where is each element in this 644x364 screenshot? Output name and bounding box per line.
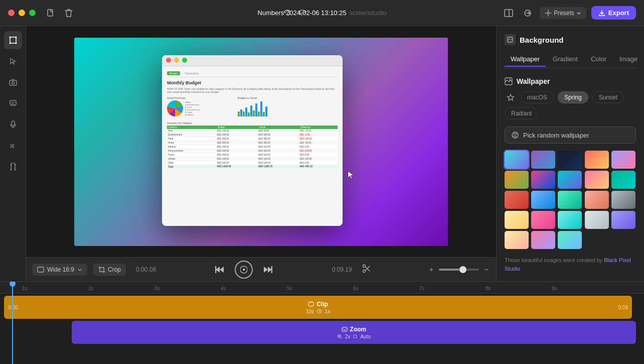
left-toolbar: ⌘ [0,26,26,281]
wallpaper-thumb-14[interactable] [585,191,609,209]
credit-prefix: Those beautiful images were created by [505,257,602,263]
close-button[interactable] [8,10,15,16]
mac-window-mockup: Budget Transactions Monthly Budget HOW T… [162,55,343,226]
wallpaper-grid [505,151,636,249]
toolbar-row: Wide 16:9 Crop 0:00.08 [26,257,496,281]
timeline-tracks: 0:00 Clip 10s 1x 0:09 [0,294,644,346]
time-end: 0:09.19 [332,266,352,273]
mac-window-content: Budget Transactions Monthly Budget HOW T… [162,66,343,226]
wallpaper-thumb-9[interactable] [585,171,609,189]
svg-point-3 [547,12,549,14]
clip-track[interactable]: 0:00 Clip 10s 1x 0:09 [4,296,632,319]
trash-icon[interactable] [62,6,76,20]
wallpaper-thumb-17[interactable] [531,211,555,229]
wallpaper-thumb-19[interactable] [585,211,609,229]
wallpaper-thumb-8[interactable] [558,171,582,189]
audio-tool-button[interactable] [4,115,22,134]
file-icon[interactable] [44,6,58,20]
maximize-button[interactable] [29,10,36,16]
mac-subtitle: HOW TO USE: Enter your budget for each c… [167,87,338,93]
zoom-track[interactable] [439,269,479,271]
skip-forward-button[interactable] [261,263,275,277]
svg-point-16 [10,169,12,171]
tab-wallpaper[interactable]: Wallpaper [505,52,546,67]
export-label: Export [608,9,629,17]
export-button[interactable]: Export [591,6,636,20]
mac-window-titlebar [162,55,343,66]
filter-macos[interactable]: macOS [521,91,554,103]
timeline-area: 1s 2s 3s 4s 5s 6s 7s 8s 9s 0:00 Clip [0,281,644,364]
svg-point-24 [510,79,511,81]
svg-rect-12 [12,121,15,126]
zoom-thumb[interactable] [459,266,466,273]
share-icon[interactable] [521,6,535,20]
select-tool-button[interactable] [4,31,22,49]
wallpaper-thumb-6[interactable] [505,171,529,189]
layout-icon[interactable] [502,6,516,20]
filter-radiant[interactable]: Radiant [505,107,538,119]
svg-point-8 [15,43,17,44]
canvas-area: Budget Transactions Monthly Budget HOW T… [26,26,496,281]
time-start: 0:00.08 [136,266,156,273]
clip-label: Clip [308,301,328,308]
wallpaper-thumb-20[interactable] [611,211,635,229]
wallpaper-thumb-2[interactable] [531,151,555,169]
wallpaper-thumb-15[interactable] [611,191,635,209]
cursor-tool-button[interactable] [4,52,22,70]
svg-text:⌘: ⌘ [10,143,15,149]
svg-rect-18 [38,267,44,272]
wallpaper-thumb-22[interactable] [531,231,555,249]
tab-gradient[interactable]: Gradient [547,52,584,67]
background-tabs: Wallpaper Gradient Color Image [505,52,636,68]
wallpaper-thumb-23[interactable] [558,231,582,249]
wallpaper-thumb-10[interactable] [611,171,635,189]
wallpaper-filter-row: macOS Spring Sunset Radiant [505,91,636,119]
wallpaper-thumb-7[interactable] [531,171,555,189]
wallpaper-thumb-11[interactable] [505,191,529,209]
svg-rect-0 [48,10,53,16]
cursor2-tool-button[interactable] [4,158,22,176]
speech-tool-button[interactable] [4,94,22,112]
wallpaper-thumb-21[interactable] [505,231,529,249]
skip-back-button[interactable] [213,263,227,277]
zoom-meta: 2x Auto [337,334,371,339]
tab-color[interactable]: Color [585,52,612,67]
svg-rect-9 [10,80,17,85]
svg-point-21 [363,265,365,268]
filter-sunset[interactable]: Sunset [592,91,624,103]
random-wallpaper-button[interactable]: Pick random wallpaper [505,127,636,144]
crop-button[interactable]: Crop [93,264,126,276]
minimize-button[interactable] [19,10,25,16]
tab-image[interactable]: Image [613,52,643,67]
svg-rect-26 [308,302,313,306]
title-main: Numbers 2024-02-06 13:10:25 [258,9,347,17]
wallpaper-thumb-12[interactable] [531,191,555,209]
zoom-track-clip[interactable]: Zoom 2x Auto [72,321,636,344]
presets-label: Presets [554,10,574,17]
shortcut-tool-button[interactable]: ⌘ [4,137,22,155]
mac-window-title: Monthly Budget [167,80,338,85]
playback-controls [213,261,275,279]
wallpaper-thumb-3[interactable] [558,151,582,169]
ruler-mark-7s: 7s [419,286,425,291]
wallpaper-thumb-5[interactable] [611,151,635,169]
svg-point-10 [12,82,14,84]
wallpaper-thumb-16[interactable] [505,211,529,229]
presets-button[interactable]: Presets [540,7,586,19]
aspect-selector[interactable]: Wide 16:9 [32,264,87,276]
wallpaper-thumb-4[interactable] [585,151,609,169]
filter-spring[interactable]: Spring [558,91,588,103]
cut-icon[interactable] [362,264,371,275]
ruler-mark-4s: 4s [221,286,226,291]
wallpaper-thumb-18[interactable] [558,211,582,229]
filter-star-icon[interactable] [505,91,517,103]
right-sidebar: Background Wallpaper Gradient Color Imag… [496,26,644,281]
titlebar: Numbers 2024-02-06 13:10:25 screenstudio [0,0,644,26]
wallpaper-thumb-13[interactable] [558,191,582,209]
wallpaper-section-title: Wallpaper [505,77,636,85]
svg-rect-4 [10,37,16,43]
play-button[interactable] [235,261,253,279]
camera-tool-button[interactable] [4,73,22,91]
wallpaper-thumb-1[interactable] [505,151,529,169]
svg-point-7 [9,43,11,44]
